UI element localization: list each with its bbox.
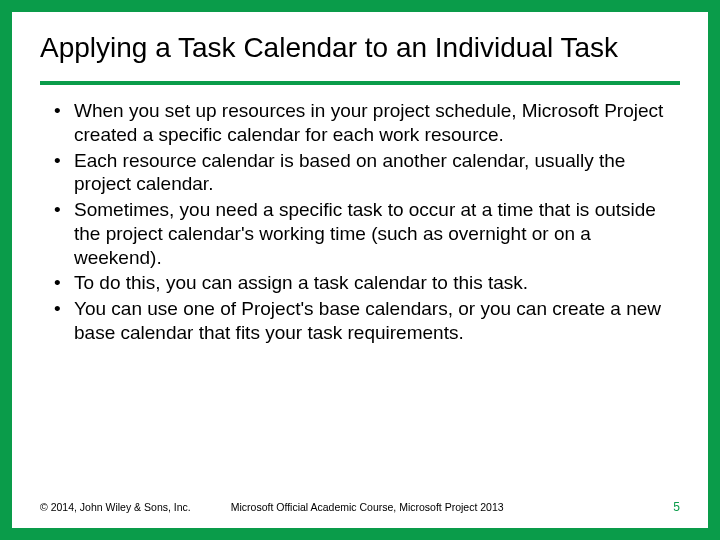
content-area: When you set up resources in your projec… bbox=[12, 85, 708, 345]
list-item: You can use one of Project's base calend… bbox=[50, 297, 670, 345]
footer-course: Microsoft Official Academic Course, Micr… bbox=[231, 501, 674, 513]
bullet-list: When you set up resources in your projec… bbox=[50, 99, 670, 345]
footer: © 2014, John Wiley & Sons, Inc. Microsof… bbox=[40, 500, 680, 514]
list-item: To do this, you can assign a task calend… bbox=[50, 271, 670, 295]
title-area: Applying a Task Calendar to an Individua… bbox=[12, 12, 708, 73]
list-item: Each resource calendar is based on anoth… bbox=[50, 149, 670, 197]
slide: Applying a Task Calendar to an Individua… bbox=[12, 12, 708, 528]
list-item: Sometimes, you need a specific task to o… bbox=[50, 198, 670, 269]
footer-copyright: © 2014, John Wiley & Sons, Inc. bbox=[40, 501, 191, 513]
list-item: When you set up resources in your projec… bbox=[50, 99, 670, 147]
footer-page-number: 5 bbox=[673, 500, 680, 514]
slide-title: Applying a Task Calendar to an Individua… bbox=[40, 30, 680, 65]
